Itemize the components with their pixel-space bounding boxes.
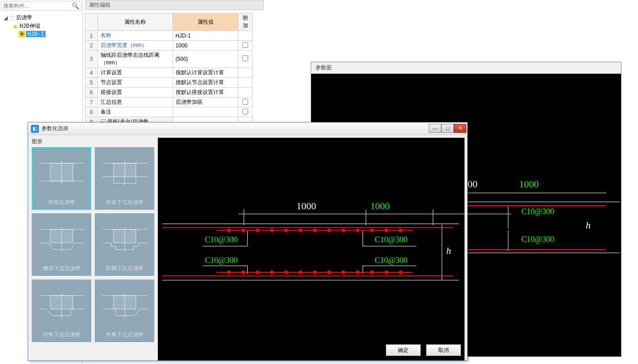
rebar-dot	[399, 271, 402, 274]
row-number: 3	[85, 51, 98, 68]
prop-value[interactable]	[173, 107, 238, 117]
rebar-dot	[256, 229, 259, 232]
prop-value[interactable]: 1000	[173, 41, 238, 51]
property-row[interactable]: 3轴线距后浇带左边线距离（mm）(500)	[85, 51, 253, 68]
dialog-title: 参数化选择	[42, 125, 429, 132]
rebar-dot	[284, 271, 288, 274]
rebar-dot	[270, 229, 274, 232]
shape-tile[interactable]: 阶梯下沉后浇带	[95, 213, 154, 276]
rebar-dot	[241, 271, 245, 274]
cancel-button[interactable]: 取消	[426, 344, 461, 356]
rebar-line	[162, 227, 453, 228]
dialog-titlebar[interactable]: ◧ 参数化选择 — □ ✕	[28, 123, 467, 135]
tick-line	[433, 209, 433, 225]
rebar-dot	[227, 229, 231, 232]
tree-grandchild[interactable]: ✳ HJD-1	[3, 30, 82, 38]
rebar-label: C10@300	[375, 235, 408, 245]
shape-tile[interactable]: 矩形下沉后浇带	[95, 147, 154, 210]
rebar-line	[162, 275, 453, 276]
shape-tile[interactable]: 外角下沉后浇带	[95, 279, 154, 342]
attach-checkbox[interactable]	[242, 99, 248, 105]
component-tree: ◢ ⬚ 后浇带 ◉ HJD伸缩 ✳ HJD-1	[0, 12, 82, 38]
shape-thumb	[96, 148, 153, 196]
tree-label: HJD伸缩	[20, 22, 40, 30]
rebar-dot	[370, 271, 374, 274]
shape-grid: 矩形后浇带矩形下沉后浇带槽形下沉后浇带阶梯下沉后浇带内角下沉后浇带外角下沉后浇带	[32, 147, 154, 342]
dim-line	[442, 224, 442, 280]
shape-caption: 矩形后浇带	[48, 196, 75, 209]
row-number: 2	[85, 41, 98, 51]
prop-attach	[238, 51, 253, 68]
rebar-dot	[270, 271, 274, 274]
row-number: 5	[85, 78, 98, 88]
shape-caption: 槽形下沉后浇带	[43, 262, 80, 275]
rebar-label: C10@300	[375, 256, 408, 265]
prop-value[interactable]: 按默认节点设置计算	[173, 78, 238, 88]
prop-value[interactable]: HJD-1	[173, 31, 238, 41]
h-label: h	[446, 245, 451, 257]
property-row[interactable]: 6搭接设置按默认搭接设置计算	[85, 88, 253, 97]
shape-thumb	[33, 148, 90, 196]
attach-checkbox[interactable]	[242, 42, 248, 48]
rebar-dot	[370, 229, 374, 232]
tree-child[interactable]: ◉ HJD伸缩	[3, 22, 82, 30]
rebar-dot	[313, 271, 317, 274]
attach-checkbox[interactable]	[242, 55, 248, 61]
property-row[interactable]: 8备注	[85, 107, 253, 117]
tree-root[interactable]: ◢ ⬚ 后浇带	[3, 13, 82, 22]
property-row[interactable]: 1名称HJD-1	[85, 31, 253, 41]
property-row[interactable]: 7汇总信息后浇带加筋	[85, 97, 253, 107]
leader-line	[363, 266, 416, 266]
property-row[interactable]: 4计算设置按默认计算设置计算	[85, 68, 253, 78]
prop-name: 轴线距后浇带左边线距离（mm）	[97, 51, 173, 68]
close-button[interactable]: ✕	[454, 124, 466, 133]
dim-label: 1000	[370, 200, 390, 212]
prop-value[interactable]: 按默认搭接设置计算	[173, 88, 238, 97]
property-row[interactable]: 2后浇带宽度（mm）1000	[85, 41, 253, 51]
search-input[interactable]	[3, 3, 72, 9]
shape-thumb	[96, 214, 153, 262]
col-name: 属性名称	[97, 13, 173, 31]
tree-label: HJD-1	[26, 31, 46, 37]
col-rownum	[85, 13, 98, 31]
edge-line	[468, 202, 620, 202]
preview-canvas: 1000 1000 C10@300 C10@300 C10@300 C10@30…	[158, 138, 465, 360]
rebar-label: C10@300	[521, 207, 554, 216]
property-row[interactable]: 5节点设置按默认节点设置计算	[85, 78, 253, 88]
dialog-body: 图形 矩形后浇带矩形下沉后浇带槽形下沉后浇带阶梯下沉后浇带内角下沉后浇带外角下沉…	[28, 135, 467, 360]
collapse-icon[interactable]: ◢	[3, 15, 8, 21]
dim-label: 1000	[519, 178, 539, 190]
leader-line	[247, 231, 248, 246]
prop-name: 名称	[97, 31, 173, 41]
rebar-line	[468, 249, 606, 250]
prop-name: 计算设置	[97, 68, 173, 78]
rebar-label: C10@300	[521, 235, 554, 244]
minimize-button[interactable]: —	[429, 124, 441, 133]
dim-label: 00	[468, 178, 477, 190]
leader-line	[203, 246, 247, 246]
shape-thumb	[33, 214, 90, 262]
rebar-dot	[356, 229, 359, 232]
component-icon: ✳	[19, 31, 25, 37]
search-icon[interactable]: 🔍	[72, 2, 79, 9]
prop-value[interactable]: (500)	[173, 51, 238, 68]
prop-value[interactable]: 按默认计算设置计算	[173, 68, 238, 78]
search-box: 🔍	[1, 1, 81, 11]
shape-tile[interactable]: 内角下沉后浇带	[32, 279, 91, 342]
shape-tile[interactable]: 槽形下沉后浇带	[32, 213, 91, 276]
leader-line	[508, 230, 508, 251]
maximize-button[interactable]: □	[441, 124, 454, 133]
rebar-dot	[342, 229, 345, 232]
shape-caption: 外角下沉后浇带	[106, 328, 144, 341]
shape-tile[interactable]: 矩形后浇带	[32, 147, 91, 210]
attach-checkbox[interactable]	[242, 109, 248, 114]
edge-line	[162, 224, 459, 224]
leader-line	[363, 231, 363, 246]
row-number: 4	[85, 68, 98, 78]
col-attach: 附加	[238, 13, 253, 31]
rebar-dot	[384, 271, 388, 274]
ok-button[interactable]: 确定	[386, 344, 421, 356]
prop-value[interactable]: 后浇带加筋	[173, 97, 238, 107]
row-number: 8	[85, 107, 98, 117]
dim-line	[468, 193, 606, 193]
